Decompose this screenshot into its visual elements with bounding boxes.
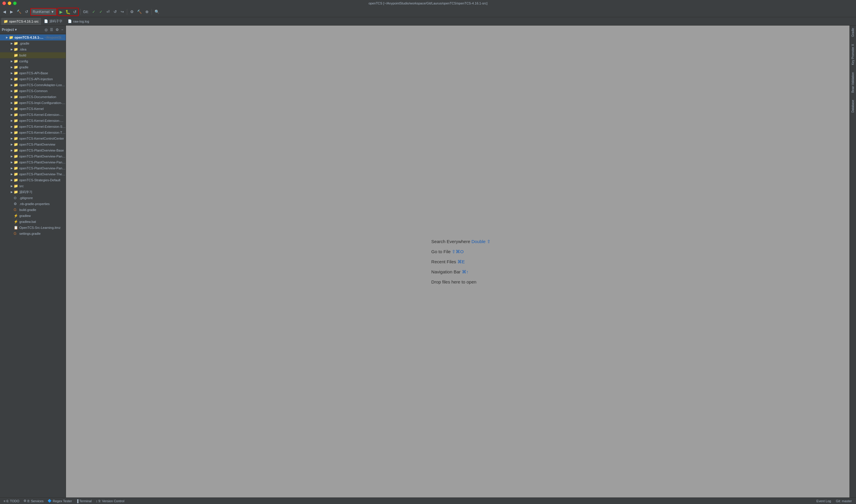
run-coverage-button[interactable]: ↺ <box>72 8 78 15</box>
project-minimize-button[interactable]: − <box>60 27 64 32</box>
tree-item-plant-panelstats[interactable]: ▶ 📁 openTCS-PlantOverview-Panel-Statisti… <box>0 165 66 171</box>
run-button[interactable]: ▶ <box>58 8 64 15</box>
tab-icon-source: 📄 <box>44 19 48 23</box>
run-config-dropdown[interactable]: RunKernel ▼ <box>30 8 57 16</box>
tab-label-log: raw-log.log <box>73 20 89 23</box>
api-injection-label: openTCS-API-Injection <box>19 77 53 81</box>
tree-item-plant-loadgen[interactable]: ▶ 📁 openTCS-PlantOverview-Panel-LoadGene… <box>0 154 66 159</box>
separator-1 <box>80 9 81 15</box>
status-bar-right: Event Log Git: master <box>815 498 854 504</box>
git-check1-button[interactable]: ✓ <box>90 8 97 16</box>
git-push-button[interactable]: ↪ <box>119 8 125 16</box>
tab-source[interactable]: 📄 源码子字 <box>41 18 65 25</box>
project-gear-button[interactable]: ⚙ <box>55 27 59 32</box>
tree-item-kernel-rmi[interactable]: ▶ 📁 openTCS-Kernel-Extension-RMI-Service… <box>0 118 66 124</box>
status-services-label: 8: Services <box>27 499 43 503</box>
window-title: openTCS [~/AnypointStudio/workspace/Git/… <box>369 1 487 5</box>
tree-item-kernel-http[interactable]: ▶ 📁 openTCS-Kernel-Extension-HTTP-Servic… <box>0 112 66 118</box>
tree-item-kernel[interactable]: ▶ 📁 openTCS-Kernel <box>0 106 66 112</box>
study-icon: 📁 <box>14 190 18 194</box>
tree-item-study[interactable]: ▶ 📁 源码学习 <box>0 189 66 195</box>
status-services[interactable]: ⚙ 8: Services <box>22 498 45 504</box>
side-tab-database[interactable]: Database <box>851 98 855 114</box>
tab-project[interactable]: 📁 openTCS-4.16.1-src <box>1 18 41 25</box>
maximize-button[interactable] <box>13 1 17 5</box>
tree-item-kcc[interactable]: ▶ 📁 openTCS-KernelControlCenter <box>0 136 66 141</box>
status-terminal[interactable]: ▐ Terminal <box>74 498 93 504</box>
git-revert-button[interactable]: ↺ <box>112 8 118 16</box>
tree-item-config[interactable]: ▶ 📁 config <box>0 58 66 64</box>
tree-item-api-base[interactable]: ▶ 📁 openTCS-API-Base <box>0 70 66 76</box>
tree-item-plant-base[interactable]: ▶ 📁 openTCS-PlantOverview-Base <box>0 147 66 154</box>
tree-item-commadapter[interactable]: ▶ 📁 openTCS-CommAdapter-Loopback <box>0 82 66 88</box>
tree-item-src[interactable]: ▶ 📁 src <box>0 183 66 189</box>
git-branch-label: Git: master <box>834 499 854 503</box>
hint-recent-files: Recent Files ⌘E <box>431 259 465 265</box>
tree-item-settings-gradle[interactable]: G settings.gradle <box>0 231 66 236</box>
tab-log[interactable]: 📄 raw-log.log <box>65 18 92 25</box>
tree-item-nb-gradle[interactable]: ⚙ .nb-gradle-properties <box>0 201 66 207</box>
editor-hints: Search Everywhere Double ⇧ Go to File ⇧⌘… <box>431 239 491 284</box>
status-todo[interactable]: ≡ 6: TODO <box>2 498 21 504</box>
status-regex[interactable]: 🔷 Regex Tester <box>46 498 74 504</box>
status-vcs[interactable]: ↕ 9: Version Control <box>94 498 126 504</box>
tree-item-kernel-stats[interactable]: ▶ 📁 openTCS-Kernel-Extension-Statistics <box>0 124 66 130</box>
git-cherry-pick-button[interactable]: ⏎ <box>105 8 111 16</box>
sync-button[interactable]: ↺ <box>23 8 30 16</box>
config-icon: 📁 <box>14 59 18 63</box>
forward-button[interactable]: ▶ <box>8 8 15 16</box>
side-tab-bean-validation[interactable]: Bean Validation <box>851 71 855 94</box>
side-tab-gradle[interactable]: Gradle <box>851 27 855 38</box>
tree-item-plant-resalloc[interactable]: ▶ 📁 openTCS-PlantOverview-Panel-Resource… <box>0 159 66 165</box>
api-base-label: openTCS-API-Base <box>19 71 48 75</box>
tree-item-root[interactable]: ▶ 📁 openTCS-4.16.1-src [openTCS] ~/Anypo… <box>0 35 66 40</box>
gradle-dir-icon: 📁 <box>14 41 18 46</box>
study-label: 源码学习 <box>19 190 32 194</box>
tree-item-build[interactable]: 📁 build <box>0 52 66 58</box>
git-check2-button[interactable]: ✓ <box>97 8 104 16</box>
plant-resalloc-icon: 📁 <box>14 160 18 164</box>
nb-gradle-icon: ⚙ <box>14 202 18 206</box>
tree-item-gradlew-bat[interactable]: ⚡ gradlew.bat <box>0 219 66 225</box>
run-config-label: RunKernel <box>33 10 50 14</box>
tree-item-gradle-folder[interactable]: ▶ 📁 gradle <box>0 64 66 70</box>
hint-drop-files: Drop files here to open <box>431 279 477 284</box>
tree-item-build-gradle[interactable]: G build.gradle <box>0 207 66 213</box>
search-everywhere-button[interactable]: 🔍 <box>154 8 160 16</box>
idea-icon: 📁 <box>14 47 18 51</box>
tree-item-api-injection[interactable]: ▶ 📁 openTCS-API-Injection <box>0 76 66 82</box>
services-icon: ⚙ <box>23 499 26 503</box>
kcc-label: openTCS-KernelControlCenter <box>19 137 64 140</box>
project-locate-button[interactable]: ◎ <box>44 27 48 32</box>
build-menu-button[interactable]: 🔨 <box>136 8 143 16</box>
regex-icon: 🔷 <box>48 499 52 503</box>
tree-item-kernel-tcp[interactable]: ▶ 📁 openTCS-Kernel-Extension-TCP-Host-In… <box>0 130 66 136</box>
tree-item-gradle-dir[interactable]: ▶ 📁 .gradle <box>0 40 66 46</box>
project-settings-expand-button[interactable]: ☰ <box>49 27 54 32</box>
minimize-button[interactable] <box>8 1 11 5</box>
tree-item-gitignore[interactable]: ⊙ .gitignore <box>0 195 66 201</box>
merge-button[interactable]: ⊕ <box>144 8 150 16</box>
tree-item-plant-themes[interactable]: ▶ 📁 openTCS-PlantOverview-Themes-Default <box>0 171 66 177</box>
tree-item-idea[interactable]: ▶ 📁 .idea <box>0 46 66 52</box>
root-path: ~/AnypointStudio/workspa <box>44 36 66 39</box>
tree-item-impl-config[interactable]: ▶ 📁 openTCS-Impl-Configuration-cfg4j <box>0 100 66 106</box>
tab-label-project: openTCS-4.16.1-src <box>9 20 39 23</box>
tree-item-docs[interactable]: ▶ 📁 openTCS-Documentation <box>0 94 66 100</box>
commadapter-label: openTCS-CommAdapter-Loopback <box>19 83 66 87</box>
build-project-button[interactable]: 🔨 <box>16 8 22 16</box>
src-icon: 📁 <box>14 184 18 188</box>
tree-item-gradlew[interactable]: ⚡ gradlew <box>0 213 66 219</box>
tree-item-common[interactable]: ▶ 📁 openTCS-Common <box>0 88 66 94</box>
tree-item-itmz[interactable]: 📋 OpenTCS-Src-Learning.itmz <box>0 225 66 231</box>
debug-button[interactable]: 🐛 <box>64 8 72 15</box>
tree-item-strategies[interactable]: ▶ 📁 openTCS-Strategies-Default <box>0 177 66 183</box>
close-button[interactable] <box>2 1 6 5</box>
status-event-log[interactable]: Event Log <box>815 498 833 504</box>
settings-button[interactable]: ⚙ <box>129 8 135 16</box>
tree-item-plant-overview[interactable]: ▶ 📁 openTCS-PlantOverview <box>0 141 66 147</box>
docs-icon: 📁 <box>14 95 18 99</box>
back-button[interactable]: ◀ <box>1 8 8 16</box>
side-tab-key-promoter[interactable]: Key Promoter X <box>851 43 855 66</box>
hint-goto-file: Go to File ⇧⌘O <box>431 249 464 254</box>
